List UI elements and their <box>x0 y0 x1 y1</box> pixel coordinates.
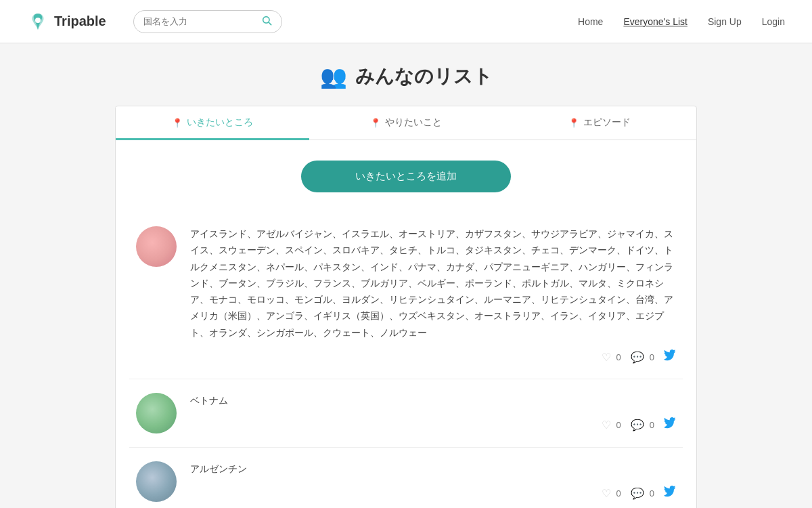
search-area <box>133 10 282 33</box>
nav-signup[interactable]: Sign Up <box>708 16 742 27</box>
comment-icon[interactable]: 💬 <box>631 419 644 431</box>
pin-icon-3: 📍 <box>568 118 579 128</box>
tab-yaritai[interactable]: 📍 やりたいこと <box>309 107 503 140</box>
list-item: アイスランド、アゼルバイジャン、イスラエル、オーストリア、カザフスタン、サウジア… <box>129 213 683 379</box>
nav-login[interactable]: Login <box>762 16 785 27</box>
logo-area: Tripable <box>27 11 106 33</box>
page-content: 👥 みんなのリスト 📍 いきたいところ 📍 やりたいこと 📍 エピソード いきた… <box>102 43 710 508</box>
item-body: アイスランド、アゼルバイジャン、イスラエル、オーストリア、カザフスタン、サウジア… <box>190 226 676 365</box>
nav-home[interactable]: Home <box>578 16 603 27</box>
page-title-area: 👥 みんなのリスト <box>115 64 697 89</box>
tab-content: いきたいところを追加 アイスランド、アゼルバイジャン、イスラエル、オーストリア、… <box>116 140 696 508</box>
item-actions: ♡ 0 💬 0 <box>190 486 676 501</box>
page-title-icon: 👥 <box>320 64 347 89</box>
comment-icon[interactable]: 💬 <box>631 351 644 364</box>
search-icon <box>261 15 272 26</box>
tabs-header: 📍 いきたいところ 📍 やりたいこと 📍 エピソード <box>116 106 696 140</box>
tab-yaritai-label: やりたいこと <box>385 117 442 129</box>
add-ikitai-button[interactable]: いきたいところを追加 <box>301 161 511 192</box>
item-actions: ♡ 0 💬 0 <box>190 417 676 433</box>
pin-icon-2: 📍 <box>370 118 381 128</box>
heart-icon[interactable]: ♡ <box>602 487 611 500</box>
comment-icon[interactable]: 💬 <box>631 487 644 500</box>
item-body: ベトナム ♡ 0 💬 0 <box>190 393 676 433</box>
item-text: アイスランド、アゼルバイジャン、イスラエル、オーストリア、カザフスタン、サウジア… <box>190 226 676 341</box>
list-items: アイスランド、アゼルバイジャン、イスラエル、オーストリア、カザフスタン、サウジア… <box>129 213 683 508</box>
list-item: アルゼンチン ♡ 0 💬 0 <box>129 448 683 508</box>
logo-text: Tripable <box>54 14 106 29</box>
search-box <box>133 10 282 33</box>
tab-ikitai-label: いきたいところ <box>187 117 253 129</box>
item-actions: ♡ 0 💬 0 <box>190 350 676 365</box>
nav-everyones-list[interactable]: Everyone's List <box>623 16 687 27</box>
item-text: アルゼンチン <box>190 461 676 478</box>
comment-count: 0 <box>650 420 654 430</box>
comment-count: 0 <box>650 352 654 362</box>
twitter-icon[interactable] <box>664 417 676 433</box>
heart-icon[interactable]: ♡ <box>602 351 611 364</box>
item-text: ベトナム <box>190 393 676 409</box>
page-title: みんなのリスト <box>355 64 493 89</box>
logo-icon <box>27 11 49 33</box>
nav-links: Home Everyone's List Sign Up Login <box>578 16 785 27</box>
like-count: 0 <box>616 352 621 362</box>
twitter-icon[interactable] <box>664 350 676 365</box>
tab-ikitai[interactable]: 📍 いきたいところ <box>116 107 309 140</box>
comment-count: 0 <box>650 488 654 499</box>
search-input[interactable] <box>143 16 258 26</box>
heart-icon[interactable]: ♡ <box>602 419 611 431</box>
tab-episode-label: エピソード <box>583 117 631 129</box>
tabs-container: 📍 いきたいところ 📍 やりたいこと 📍 エピソード いきたいところを追加 <box>115 106 697 508</box>
twitter-icon[interactable] <box>664 486 676 501</box>
svg-point-0 <box>35 18 41 23</box>
list-item: ベトナム ♡ 0 💬 0 <box>129 379 683 448</box>
tab-episode[interactable]: 📍 エピソード <box>503 107 696 140</box>
like-count: 0 <box>616 488 621 499</box>
avatar <box>136 226 177 267</box>
item-body: アルゼンチン ♡ 0 💬 0 <box>190 461 676 501</box>
search-button[interactable] <box>261 15 272 28</box>
avatar <box>136 393 177 433</box>
header: Tripable Home Everyone's List Sign Up Lo… <box>0 0 812 43</box>
avatar <box>136 461 177 502</box>
like-count: 0 <box>616 420 621 430</box>
pin-icon-1: 📍 <box>172 118 183 128</box>
svg-line-2 <box>269 22 271 25</box>
